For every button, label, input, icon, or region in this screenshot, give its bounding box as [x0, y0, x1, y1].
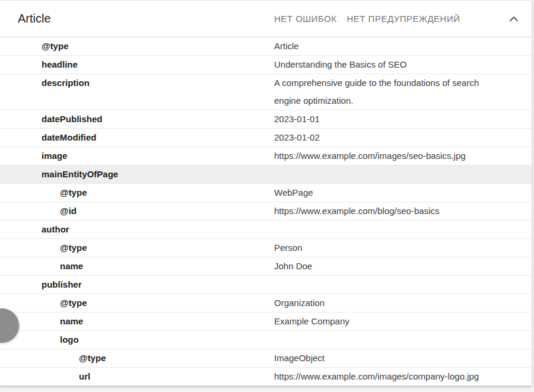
row-value: A comprehensive guide to the foundations…	[274, 74, 500, 110]
row-value: Article	[274, 37, 500, 55]
row-key: @type	[0, 184, 274, 202]
table-row: datePublished 2023-01-01	[0, 110, 532, 129]
row-value: ImageObject	[274, 349, 500, 367]
row-key: dateModified	[0, 129, 274, 146]
no-errors-badge: НЕТ ОШИБОК	[274, 14, 336, 24]
row-key: description	[0, 74, 274, 110]
row-key: @id	[0, 202, 274, 220]
row-key: author	[0, 221, 274, 238]
table-row: description A comprehensive guide to the…	[0, 74, 532, 110]
table-row: @type ImageObject	[0, 349, 532, 368]
table-row[interactable]: publisher	[0, 276, 532, 294]
row-key: name	[0, 257, 274, 275]
row-key: @type	[0, 294, 274, 312]
entity-type-title: Article	[18, 1, 51, 37]
row-key: url	[0, 368, 274, 385]
table-row: @type Organization	[0, 294, 532, 313]
row-key: publisher	[0, 276, 274, 294]
table-row: @id https://www.example.com/blog/seo-bas…	[0, 202, 532, 221]
row-value: https://www.example.com/blog/seo-basics	[274, 202, 500, 220]
row-value: https://www.example.com/images/seo-basic…	[274, 147, 500, 165]
table-row: dateModified 2023-01-02	[0, 129, 532, 147]
no-warnings-badge: НЕТ ПРЕДУПРЕЖДЕНИЙ	[347, 14, 460, 24]
status-badges: НЕТ ОШИБОК НЕТ ПРЕДУПРЕЖДЕНИЙ	[274, 1, 460, 37]
row-value: Organization	[274, 294, 500, 312]
row-value: https://www.example.com/images/company-l…	[274, 368, 500, 385]
table-row: @type WebPage	[0, 184, 532, 202]
row-key: mainEntityOfPage	[0, 165, 274, 183]
row-key: image	[0, 147, 274, 165]
table-row: @type Person	[0, 239, 532, 257]
row-key: @type	[0, 37, 274, 55]
structured-data-card: Article НЕТ ОШИБОК НЕТ ПРЕДУПРЕЖДЕНИЙ @t…	[0, 0, 532, 386]
table-row[interactable]: mainEntityOfPage	[0, 165, 532, 184]
collapse-button[interactable]	[506, 11, 522, 27]
row-value	[274, 165, 500, 183]
row-value: 2023-01-02	[274, 129, 500, 146]
row-key: datePublished	[0, 110, 274, 128]
row-key: name	[0, 313, 274, 330]
row-key: @type	[0, 239, 274, 257]
table-row: image https://www.example.com/images/seo…	[0, 147, 532, 165]
row-key: @type	[0, 349, 274, 367]
table-row: url https://www.example.com/images/compa…	[0, 368, 532, 385]
chevron-up-icon	[509, 16, 519, 22]
row-value	[274, 276, 500, 294]
row-value: Understanding the Basics of SEO	[274, 56, 500, 74]
table-row: name John Doe	[0, 257, 532, 276]
table-row[interactable]: author	[0, 221, 532, 239]
table-row[interactable]: logo	[0, 331, 532, 349]
property-table: @type Article headline Understanding the…	[0, 37, 532, 385]
row-value: Example Company	[274, 313, 500, 330]
card-header: Article НЕТ ОШИБОК НЕТ ПРЕДУПРЕЖДЕНИЙ	[0, 1, 532, 37]
row-key: logo	[0, 331, 274, 349]
row-key: headline	[0, 56, 274, 74]
row-value: John Doe	[274, 257, 500, 275]
row-value	[274, 331, 500, 349]
table-row: @type Article	[0, 37, 532, 56]
row-value	[274, 221, 500, 238]
row-value: WebPage	[274, 184, 500, 202]
row-value: Person	[274, 239, 500, 257]
table-row: headline Understanding the Basics of SEO	[0, 56, 532, 74]
row-value: 2023-01-01	[274, 110, 500, 128]
table-row: name Example Company	[0, 313, 532, 331]
